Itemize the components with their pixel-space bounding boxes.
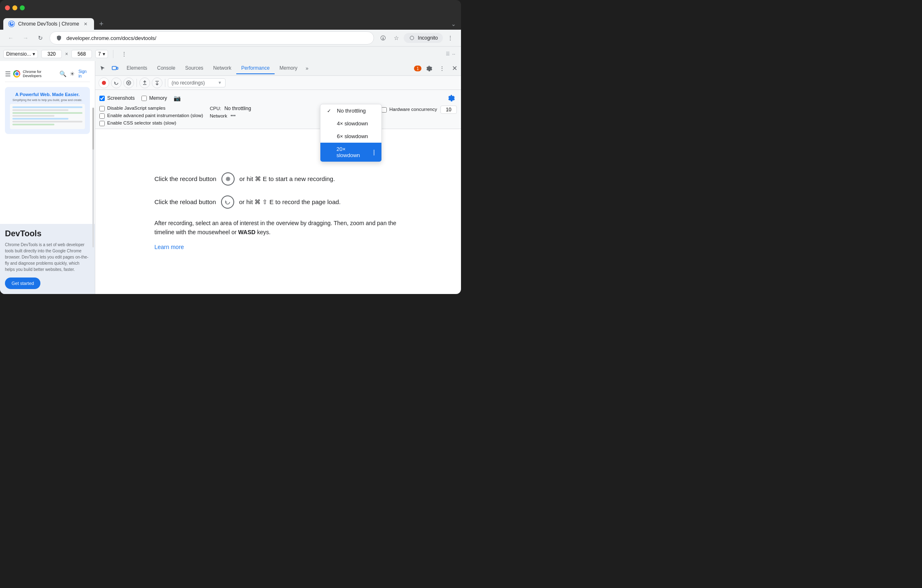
css-selector-label[interactable]: Enable CSS selector stats (slow)	[99, 120, 203, 126]
page-signin-link[interactable]: Sign in	[78, 69, 90, 78]
resize-handle-icon2: ↔	[452, 52, 456, 56]
throttle-no-throttling[interactable]: ✓ No throttling	[320, 104, 381, 117]
download-profile-button[interactable]	[152, 78, 162, 88]
code-line	[12, 109, 68, 111]
error-badge[interactable]: 1	[414, 66, 421, 71]
performance-instructions: Click the record button or hit ⌘ E to st…	[155, 172, 402, 251]
hardware-concurrency-text: Hardware concurrency	[389, 107, 437, 112]
device-toolbar: Dimensio... ▾ × 7 ▾ ⋮ ☰ ↔	[0, 46, 461, 61]
tab-elements[interactable]: Elements	[122, 63, 152, 74]
code-line	[12, 112, 82, 114]
back-button[interactable]: ←	[5, 32, 16, 44]
svg-rect-2	[117, 67, 118, 69]
record-button[interactable]	[99, 78, 109, 88]
concurrency-value-input[interactable]	[440, 106, 457, 114]
zoom-select[interactable]: 7 ▾	[95, 50, 108, 58]
forward-button[interactable]: →	[20, 32, 31, 44]
hardware-concurrency-section: Hardware concurrency	[381, 106, 457, 114]
address-bar[interactable]: developer.chrome.com/docs/devtools/	[49, 31, 374, 45]
tab-performance[interactable]: Performance	[236, 63, 275, 74]
hero-subtitle: Simplifying the web to help you build, g…	[10, 99, 85, 101]
nav-right-icons: ☆ Incognito ⋮	[377, 32, 456, 44]
hamburger-icon: ☰	[5, 70, 11, 78]
reload-instruction-text: Click the reload button	[155, 198, 216, 205]
css-selector-checkbox[interactable]	[99, 121, 105, 126]
throttle-4x[interactable]: 4× slowdown	[320, 117, 381, 130]
tab-network[interactable]: Network	[208, 63, 236, 74]
hardware-concurrency-checkbox[interactable]	[381, 107, 387, 113]
active-tab[interactable]: Chrome DevTools | Chrome ✕	[3, 18, 94, 30]
throttle-option-label: No throttling	[337, 108, 366, 114]
tab-close-button[interactable]: ✕	[82, 21, 89, 27]
device-emulation-button[interactable]	[109, 63, 121, 74]
close-window-button[interactable]	[5, 5, 10, 10]
devtools-toolbar: Elements Console Sources Network Perform…	[95, 61, 461, 76]
network-throttling-row: Network •••	[210, 113, 274, 119]
tab-sources[interactable]: Sources	[180, 63, 208, 74]
performance-controls-bar: (no recordings) ▼	[95, 76, 461, 90]
recording-label: (no recordings)	[172, 80, 205, 86]
cpu-throttle-display: No throttling	[224, 106, 274, 111]
page-header: ☰ Chrome for Developers 🔍 ☀ Sign in	[5, 66, 90, 82]
memory-checkbox[interactable]	[141, 96, 147, 101]
throttle-6x[interactable]: 6× slowdown	[320, 130, 381, 143]
devtools-settings-button[interactable]	[423, 63, 435, 74]
page-theme-icon[interactable]: ☀	[70, 71, 75, 77]
height-input[interactable]	[71, 50, 92, 58]
screenshots-row: Screenshots Memory 📷	[99, 95, 181, 101]
minimize-window-button[interactable]	[12, 5, 17, 10]
page-search-icon[interactable]: 🔍	[59, 71, 66, 77]
screenshots-checkbox-label[interactable]: Screenshots	[99, 95, 135, 101]
nav-bar: ← → ↻ developer.chrome.com/docs/devtools…	[0, 30, 461, 46]
chrome-menu-button[interactable]: ⋮	[445, 32, 456, 44]
tab-memory[interactable]: Memory	[275, 63, 302, 74]
extensions-icon[interactable]	[377, 32, 389, 44]
hero-title: A Powerful Web. Made Easier.	[10, 92, 85, 97]
devtools-close-button[interactable]: ✕	[449, 64, 459, 73]
record-shortcut-text: or hit ⌘ E to start a new recording.	[240, 175, 335, 183]
tab-overflow-button[interactable]: ⌄	[449, 19, 458, 29]
chrome-logo	[13, 70, 20, 78]
disable-js-label[interactable]: Disable JavaScript samples	[99, 106, 203, 111]
throttle-option-label: 6× slowdown	[337, 133, 368, 139]
learn-more-link[interactable]: Learn more	[155, 244, 184, 250]
reload-record-button[interactable]	[111, 78, 122, 88]
more-options-button[interactable]: ⋮	[118, 48, 130, 60]
capture-settings-icon[interactable]: 📷	[174, 95, 181, 101]
width-input[interactable]	[41, 50, 62, 58]
record-button-icon	[221, 172, 235, 186]
maximize-window-button[interactable]	[20, 5, 25, 10]
tab-console[interactable]: Console	[152, 63, 180, 74]
devtools-more-button[interactable]: ⋮	[436, 63, 448, 74]
settings-left-col: Disable JavaScript samples Enable advanc…	[99, 106, 203, 126]
upload-profile-button[interactable]	[139, 78, 150, 88]
devtools-toolbar-right: 1 ⋮ ✕	[414, 63, 459, 74]
code-line	[12, 121, 82, 122]
new-tab-button[interactable]: +	[96, 18, 107, 30]
get-started-button[interactable]: Get started	[5, 278, 40, 289]
reload-button[interactable]: ↻	[35, 32, 46, 44]
device-label: Dimensio...	[6, 51, 31, 57]
cpu-throttling-row: CPU: No throttling	[210, 106, 274, 111]
recording-selector[interactable]: (no recordings) ▼	[168, 78, 226, 87]
site-name: Chrome for Developers	[23, 70, 59, 78]
inspector-cursor-button[interactable]	[97, 63, 108, 74]
page-scrollbar[interactable]	[92, 108, 94, 247]
throttle-20x[interactable]: 20× slowdown |	[320, 143, 381, 162]
record-instruction-text: Click the record button	[155, 175, 216, 182]
incognito-button[interactable]: Incognito	[404, 33, 443, 43]
bookmark-button[interactable]: ☆	[390, 32, 402, 44]
advanced-paint-checkbox[interactable]	[99, 113, 105, 119]
performance-settings-button[interactable]	[445, 92, 457, 104]
advanced-paint-label[interactable]: Enable advanced paint instrumentation (s…	[99, 113, 203, 119]
clear-recordings-button[interactable]	[123, 78, 134, 88]
tab-favicon	[8, 21, 15, 27]
screenshots-checkbox[interactable]	[99, 96, 105, 101]
resize-handle-icon: ☰	[446, 51, 450, 56]
tabs-overflow-button[interactable]: »	[302, 63, 312, 74]
controls-separator	[136, 79, 137, 87]
device-select[interactable]: Dimensio... ▾	[3, 50, 38, 58]
hardware-concurrency-label[interactable]: Hardware concurrency	[381, 107, 437, 113]
memory-checkbox-label[interactable]: Memory	[141, 95, 167, 101]
disable-js-checkbox[interactable]	[99, 106, 105, 111]
